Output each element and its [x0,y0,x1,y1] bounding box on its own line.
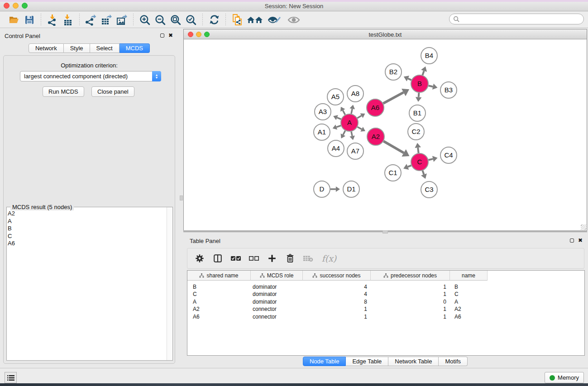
window-title: Session: New Session [0,3,588,10]
select-all-columns-button[interactable] [229,252,242,265]
graph-node-label: D [320,185,325,193]
graph-edge-A-A6[interactable] [357,116,361,118]
tab-motifs[interactable]: Motifs [439,357,468,366]
column-header[interactable]: name [450,271,488,281]
delete-table-button[interactable] [302,252,315,265]
graph-edge-C-C4[interactable] [428,159,433,160]
refresh-button[interactable] [206,13,222,27]
zoom-in-button[interactable] [137,13,153,27]
graph-edge-A-A1[interactable] [336,126,341,127]
table-cell: 8 [303,299,371,305]
open-file-icon [8,14,20,25]
delete-column-button[interactable] [284,252,296,265]
tab-network[interactable]: Network [29,43,64,53]
column-header[interactable]: shared name [187,271,251,281]
graph-edge-arrowhead [336,186,340,192]
tab-edge-table[interactable]: Edge Table [346,357,388,366]
control-panel-title: Control Panel [5,33,40,39]
column-header[interactable]: MCDS role [251,271,303,281]
import-network-button[interactable] [45,13,60,27]
search-input[interactable] [449,14,584,24]
float-panel-icon[interactable] [160,33,164,38]
close-panel-button[interactable]: Close panel [91,86,134,97]
graph-edge-B-B3[interactable] [429,86,433,86]
zoom-fit-button[interactable] [168,13,183,27]
graph-svg[interactable]: AA6A2BCA1A3A4A5A7A8B1B2B3B4C1C2C3C4DD1 [184,40,587,230]
tab-mcds[interactable]: MCDS [120,43,150,53]
float-panel-icon[interactable] [570,238,574,243]
close-panel-icon[interactable]: ✖ [168,33,173,38]
show-graphics-details-button[interactable] [265,13,284,27]
table-row[interactable]: Bdominator41B [187,283,584,291]
graph-edge-B-B2[interactable] [408,78,411,80]
mcds-result-item[interactable]: B [8,225,15,233]
eye-icon [287,15,301,25]
graph-edge-A-A8[interactable] [351,109,352,114]
graph-edge-B-B1[interactable] [419,93,419,97]
mcds-result-scrollbar[interactable] [167,207,172,360]
graph-edge-A-A5[interactable] [343,110,345,114]
zoom-selected-button[interactable] [183,13,199,27]
graph-node-label: A8 [351,90,359,97]
table-row[interactable]: Adominator80A [187,298,584,305]
zoom-out-button[interactable] [153,13,168,27]
table-row[interactable]: A2connector11A2 [187,305,584,313]
eye-button[interactable] [284,13,304,27]
table-toolbar: f(x) [187,248,584,269]
graph-edge-A-A2[interactable] [358,127,362,129]
tab-network-table[interactable]: Network Table [388,357,439,366]
close-panel-icon[interactable]: ✖ [578,238,583,243]
vertical-divider-grip[interactable] [180,195,183,200]
network-canvas[interactable]: AA6A2BCA1A3A4A5A7A8B1B2B3B4C1C2C3C4DD1 [184,40,587,230]
table-cell: 0 [371,299,450,305]
window-resize-grip[interactable] [581,224,586,230]
open-file-button[interactable] [6,13,22,27]
export-table-button[interactable] [99,13,114,27]
mcds-result-item[interactable]: A [8,218,15,225]
node-table[interactable]: shared nameMCDS rolesuccessor nodesprede… [187,270,585,356]
table-cell: dominator [251,284,303,290]
save-session-button[interactable] [22,13,37,27]
deselect-all-columns-button[interactable] [248,252,260,265]
add-column-button[interactable] [266,252,278,265]
mcds-result-item[interactable]: A6 [8,240,15,248]
network-window-title: testGlobe.txt [184,31,587,38]
clone-network-button[interactable] [229,13,245,27]
graph-edge-C-C1[interactable] [408,166,411,167]
table-panel-tabs: Node TableEdge TableNetwork TableMotifs [183,357,587,366]
table-row[interactable]: Cdominator41C [187,291,584,298]
tab-node-table[interactable]: Node Table [303,357,346,366]
graph-edge-A-A7[interactable] [351,132,352,136]
table-cell: A [450,299,488,305]
mcds-result-item[interactable]: C [8,233,15,240]
export-image-button[interactable] [114,13,129,27]
split-columns-button[interactable] [211,252,224,265]
run-mcds-button[interactable]: Run MCDS [43,86,84,97]
tab-select[interactable]: Select [90,43,120,53]
zoom-in-icon [139,14,151,26]
column-header[interactable]: predecessor nodes [371,271,450,281]
graph-edge-A6-B[interactable] [383,92,404,103]
column-header[interactable]: successor nodes [303,271,371,281]
graph-edge-B-B4[interactable] [422,71,424,76]
task-history-button[interactable] [5,372,17,383]
network-view-window: testGlobe.txt AA6A2BCA1A3A4A5A7A8B1B2B3B… [183,29,587,231]
two-houses-button[interactable] [245,13,265,27]
memory-button[interactable]: Memory [545,372,584,383]
graph-edge-C-C2[interactable] [418,148,418,153]
table-row[interactable]: A6connector11A6 [187,313,584,320]
mcds-result-list[interactable]: A2ABCA6 [8,210,15,248]
mcds-result-item[interactable]: A2 [8,210,15,218]
graph-edge-A-A3[interactable] [337,118,341,119]
graph-node-label: B [417,80,422,87]
criterion-dropdown[interactable]: largest connected component (directed) ▲… [20,71,161,81]
function-builder-button[interactable]: f(x) [320,252,338,265]
table-settings-button[interactable] [193,252,206,265]
graph-edge-A2-C[interactable] [383,141,404,153]
export-network-button[interactable] [83,13,99,27]
import-table-button[interactable] [60,13,76,27]
tab-style[interactable]: Style [64,43,90,53]
graph-edge-C-C3[interactable] [423,171,424,175]
graph-node-label: B1 [413,109,421,117]
graph-edge-A-A4[interactable] [343,131,345,135]
